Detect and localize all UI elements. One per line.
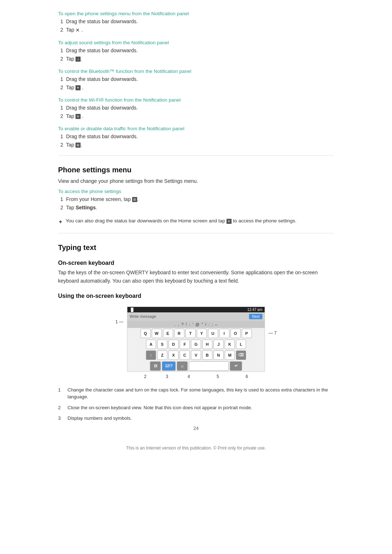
footnote-num-2: 2 — [58, 404, 64, 411]
access-phone-settings-block: To access the phone settings 1From your … — [58, 189, 334, 212]
key-g[interactable]: G — [191, 340, 201, 349]
step-item: 1Drag the status bar downwards. — [58, 104, 334, 112]
keyboard-container: ▐▌ 12:47 am Write message Next . , ? ! -… — [127, 307, 265, 372]
key-p[interactable]: P — [242, 329, 252, 338]
footer-text: This is an Internet version of this publ… — [58, 446, 334, 451]
key-space[interactable] — [189, 361, 229, 371]
sym: ! — [186, 322, 187, 327]
step-item: 2Tap Settings. — [58, 204, 334, 212]
tip-box: ✦ You can also drag the status bar downw… — [58, 217, 334, 226]
on-screen-keyboard-title: On-screen keyboard — [58, 260, 334, 266]
step-item: 1Drag the status bar downwards. — [58, 18, 334, 25]
key-a[interactable]: A — [146, 340, 156, 349]
tip-text: You can also drag the status bar downwar… — [66, 217, 297, 225]
key-enter[interactable]: ↵ — [230, 361, 242, 371]
key-b[interactable]: B — [202, 350, 212, 360]
key-y[interactable]: Y — [197, 329, 207, 338]
key-r[interactable]: R — [174, 329, 184, 338]
step-item: 1Drag the status bar downwards. — [58, 75, 334, 83]
on-screen-keyboard-desc: Tap the keys of the on-screen QWERTY key… — [58, 268, 334, 285]
section-heading-data: To enable or disable data traffic from t… — [58, 126, 334, 131]
section-bluetooth: To control the Bluetooth™ function from … — [58, 69, 334, 91]
sym: – — [215, 322, 217, 327]
key-h[interactable]: H — [202, 340, 212, 349]
sym: : — [208, 322, 209, 327]
tip-icon: ✦ — [58, 218, 63, 226]
key-shift[interactable]: ↑ — [146, 350, 156, 360]
key-keyboard-hide[interactable]: ⊟ — [150, 361, 161, 371]
phone-settings-description: View and change your phone settings from… — [58, 177, 334, 185]
footnote-item: 2 Close the on-screen keyboard view. Not… — [58, 404, 334, 411]
data-icon: ⊞ — [75, 143, 81, 148]
key-c[interactable]: C — [180, 350, 190, 360]
statusbar-left: ▐▌ — [130, 308, 135, 312]
sym: / — [205, 322, 206, 327]
step-item: 1From your Home screen, tap ⊞. — [58, 196, 334, 203]
key-m[interactable]: M — [225, 350, 235, 360]
key-v[interactable]: V — [191, 350, 201, 360]
symbol-row: . , ? ! - ' @ " / : ; – — [127, 321, 265, 328]
callout-num-3: 3 — [166, 374, 168, 379]
key-f[interactable]: F — [180, 340, 190, 349]
using-keyboard-title: Using the on-screen keyboard — [58, 293, 334, 299]
statusbar-right: 12:47 am — [247, 308, 262, 312]
key-t[interactable]: T — [185, 329, 196, 338]
section-data-traffic: To enable or disable data traffic from t… — [58, 126, 334, 149]
key-row-a: A S D F G H J K L — [127, 339, 265, 350]
wifi-icon: ≋ — [75, 114, 81, 119]
key-l[interactable]: L — [236, 340, 246, 349]
key-o[interactable]: O — [230, 329, 241, 338]
key-j[interactable]: J — [213, 340, 224, 349]
sym: , — [178, 322, 179, 327]
x-icon: ✕ — [75, 27, 80, 33]
key-emoji[interactable]: ☺ — [177, 361, 188, 371]
section-heading-sound: To adjust sound settings from the Notifi… — [58, 40, 334, 45]
bluetooth-icon: ✦ — [75, 85, 81, 90]
section-wifi: To control the Wi-Fi® function from the … — [58, 97, 334, 120]
key-k[interactable]: K — [225, 340, 235, 349]
next-button[interactable]: Next — [249, 314, 262, 319]
sym: . — [175, 322, 176, 327]
callout-label-7: — 7 — [269, 331, 277, 336]
key-e[interactable]: E — [163, 329, 173, 338]
access-phone-heading: To access the phone settings — [58, 189, 334, 194]
section-divider — [58, 155, 334, 156]
typing-text-section: Typing text On-screen keyboard Tap the k… — [58, 243, 334, 422]
step-item: 2Tap ≋ . — [58, 112, 334, 120]
footnote-item: 3 Display numbers and symbols. — [58, 415, 334, 422]
key-row-q: Q W E R T Y U I O P — [127, 328, 265, 339]
callout-num-6: 6 — [246, 374, 248, 379]
section-heading-wifi: To control the Wi-Fi® function from the … — [58, 97, 334, 103]
key-i[interactable]: I — [219, 329, 229, 338]
key-x[interactable]: X — [168, 350, 179, 360]
sym: - — [189, 322, 191, 327]
callout-label-1: 1 — — [115, 319, 123, 324]
key-w[interactable]: W — [152, 329, 162, 338]
settings-cross-icon: ✕ — [226, 219, 232, 224]
key-s[interactable]: S — [157, 340, 167, 349]
callout-num-5: 5 — [217, 374, 219, 379]
section-heading-open: To open the phone settings menu from the… — [58, 11, 334, 16]
key-d[interactable]: D — [168, 340, 179, 349]
section-open-phone-settings: To open the phone settings menu from the… — [58, 11, 334, 34]
phone-settings-section: Phone settings menu View and change your… — [58, 166, 334, 226]
keyboard-diagram: 1 — ▐▌ 12:47 am Write message Next . , ? — [58, 307, 334, 379]
key-row-z: ↑ Z X C V B N M ⌫ — [127, 350, 265, 361]
footnote-item: 1 Change the character case and turn on … — [58, 386, 334, 401]
key-q[interactable]: Q — [140, 329, 151, 338]
sym: ? — [181, 322, 183, 327]
step-item: 1Drag the status bar downwards. — [58, 133, 334, 140]
key-row-bottom: ⊟ 12!? ☺ ↵ — [127, 361, 265, 372]
key-u[interactable]: U — [208, 329, 218, 338]
footnote-text-1: Change the character case and turn on th… — [68, 386, 334, 401]
page-number: 24 — [58, 426, 334, 431]
key-numbers[interactable]: 12!? — [162, 361, 176, 371]
key-backspace[interactable]: ⌫ — [236, 350, 246, 360]
footnote-num-3: 3 — [58, 415, 64, 422]
step-item: 1Drag the status bar downwards. — [58, 47, 334, 54]
key-z[interactable]: Z — [157, 350, 167, 360]
section-divider-2 — [58, 233, 334, 233]
key-n[interactable]: N — [213, 350, 224, 360]
phone-message-bar: Write message Next — [127, 312, 265, 321]
callout-num-4: 4 — [188, 374, 190, 379]
